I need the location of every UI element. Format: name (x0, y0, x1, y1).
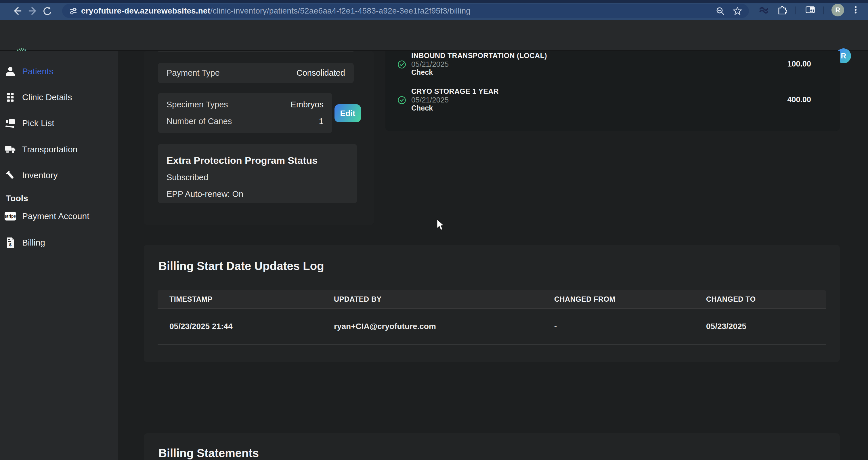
payment-type-card: Payment Type Consolidated (158, 63, 354, 83)
tab-search-icon[interactable] (805, 5, 815, 15)
zoom-out-icon[interactable] (715, 6, 725, 16)
check-circle-icon (398, 96, 406, 105)
cell-timestamp: 05/23/2025 21:44 (169, 322, 233, 331)
sidebar-item-billing[interactable]: $ Billing (5, 233, 114, 252)
url-path: /clinic-inventory/patients/52ae6aa4-f2e1… (210, 6, 470, 15)
grid-icon (5, 92, 16, 103)
edit-button[interactable]: Edit (335, 104, 361, 122)
line-item-amount: 400.00 (787, 95, 811, 104)
browser-menu-icon[interactable] (851, 5, 861, 15)
invoice-icon: $ (5, 237, 16, 248)
stripe-icon: stripe (5, 212, 16, 221)
browser-profile-initial: R (835, 6, 840, 14)
updates-log-section: Billing Start Date Updates Log TIMESTAMP… (144, 245, 840, 362)
line-item-method: Check (411, 68, 433, 77)
billing-statements-section: Billing Statements (144, 433, 840, 460)
sidebar-item-label: Patients (22, 66, 53, 76)
screen: cryofuture-dev.azurewebsites.net/clinic-… (0, 0, 868, 460)
updates-log-title: Billing Start Date Updates Log (158, 260, 324, 272)
line-item-amount: 100.00 (787, 60, 811, 68)
column-header-changed-from: CHANGED FROM (554, 295, 616, 304)
app-header: IVF Clinic R (0, 20, 868, 51)
bookmark-star-icon[interactable] (733, 6, 742, 16)
sidebar-item-label: Billing (22, 238, 45, 248)
window-frame-strip (0, 0, 868, 3)
number-of-canes-label: Number of Canes (166, 117, 232, 126)
url-bar[interactable]: cryofuture-dev.azurewebsites.net/clinic-… (62, 4, 749, 18)
billing-line-items-card: INBOUND TRANSPORTATION (LOCAL) 05/21/202… (385, 51, 840, 131)
payment-type-value: Consolidated (297, 68, 345, 78)
toolbar-separator (795, 6, 796, 15)
forward-button[interactable] (28, 5, 39, 17)
cell-changed-from: - (554, 322, 557, 331)
back-arrow-icon (11, 5, 22, 17)
svg-text:$: $ (9, 242, 12, 247)
url-domain: cryofuture-dev.azurewebsites.net (81, 6, 210, 15)
truck-icon (5, 145, 16, 154)
site-settings-icon[interactable] (68, 6, 78, 16)
forklift-icon (5, 118, 16, 128)
partial-card-edge (158, 51, 354, 52)
wave-extension-icon[interactable] (759, 5, 769, 15)
payment-type-label: Payment Type (166, 68, 220, 78)
account-details-panel: Payment Type Consolidated Specimen Types… (144, 51, 374, 225)
billing-statements-title: Billing Statements (158, 447, 259, 460)
column-header-updated-by: UPDATED BY (334, 295, 382, 304)
user-avatar-initial: R (841, 52, 846, 60)
forward-arrow-icon (28, 5, 39, 17)
line-item-title: INBOUND TRANSPORTATION (LOCAL) (411, 52, 547, 60)
specimen-types-label: Specimen Types (166, 100, 228, 109)
sidebar-item-label: Transportation (22, 144, 78, 154)
specimen-card: Specimen Types Embryos Number of Canes 1 (158, 93, 332, 133)
column-header-timestamp: TIMESTAMP (169, 295, 213, 304)
cell-updated-by: ryan+CIA@cryofuture.com (334, 322, 436, 331)
test-tube-icon (5, 170, 16, 180)
extensions-puzzle-icon[interactable] (777, 5, 787, 15)
line-item-method: Check (411, 104, 433, 112)
column-header-changed-to: CHANGED TO (706, 295, 756, 304)
browser-profile-avatar[interactable]: R (832, 4, 844, 17)
epp-title: Extra Protection Program Status (166, 155, 317, 166)
sidebar-item-payment-account[interactable]: stripe Payment Account (5, 207, 114, 225)
url-text: cryofuture-dev.azurewebsites.net/clinic-… (81, 6, 470, 16)
line-item-title: CRYO STORAGE 1 YEAR (411, 87, 499, 95)
epp-autorenew: EPP Auto-renew: On (166, 190, 243, 199)
cell-changed-to: 05/23/2025 (706, 322, 746, 331)
sidebar-item-label: Payment Account (22, 211, 89, 221)
reload-icon (42, 5, 53, 17)
table-header-row: TIMESTAMP UPDATED BY CHANGED FROM CHANGE… (158, 290, 826, 309)
sidebar-section-tools: Tools (6, 194, 28, 203)
epp-status-card: Extra Protection Program Status Subscrib… (158, 144, 357, 203)
mouse-cursor (436, 219, 446, 231)
sidebar-item-label: Pick List (22, 118, 54, 128)
sidebar: Patients Clinic Details (0, 51, 118, 460)
browser-toolbar: cryofuture-dev.azurewebsites.net/clinic-… (0, 0, 868, 20)
specimen-types-value: Embryos (291, 100, 323, 109)
table-row: 05/23/2025 21:44 ryan+CIA@cryofuture.com… (158, 309, 826, 345)
sidebar-item-inventory[interactable]: Inventory (5, 166, 114, 184)
toolbar-separator (824, 6, 824, 15)
sidebar-item-clinic-details[interactable]: Clinic Details (5, 88, 114, 107)
stripe-badge-text: stripe (5, 212, 16, 221)
sidebar-item-transportation[interactable]: Transportation (5, 140, 114, 159)
person-icon (5, 66, 16, 77)
sidebar-item-label: Clinic Details (22, 92, 72, 102)
sidebar-item-label: Inventory (22, 170, 58, 180)
sidebar-item-pick-list[interactable]: Pick List (5, 114, 114, 133)
epp-status: Subscribed (166, 173, 208, 182)
check-circle-icon (398, 60, 406, 69)
reload-button[interactable] (41, 5, 53, 17)
back-button[interactable] (11, 5, 23, 17)
line-item-date: 05/21/2025 (411, 60, 449, 69)
line-item-date: 05/21/2025 (411, 95, 449, 105)
sidebar-item-patients[interactable]: Patients (5, 62, 114, 81)
number-of-canes-value: 1 (319, 117, 323, 126)
